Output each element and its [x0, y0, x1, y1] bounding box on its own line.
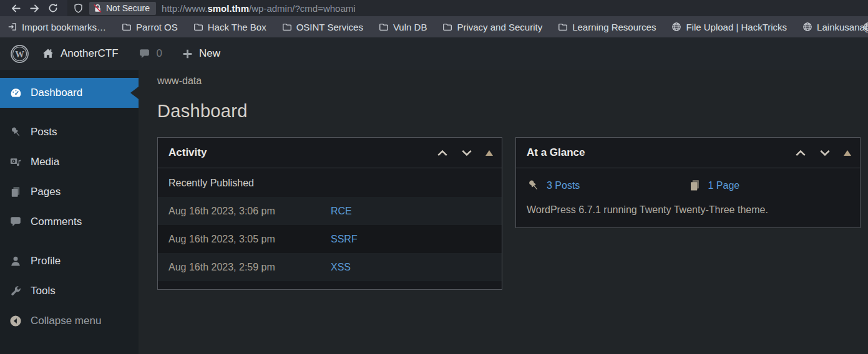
at-a-glance-body: 3 Posts 1 Page WordPress 6.7.1 running T… [516, 168, 860, 227]
admin-sidebar: Dashboard Posts Media Pages Comments [0, 70, 139, 354]
move-widget-down-button[interactable] [461, 149, 472, 157]
url-domain: smol.thm [207, 3, 249, 14]
wrench-icon [9, 285, 22, 297]
security-chip[interactable]: Not Secure [89, 2, 156, 15]
bookmark-hack-the-box[interactable]: Hack The Box [193, 22, 266, 32]
media-icon [9, 156, 22, 168]
collapse-menu-label: Collapse menu [31, 315, 101, 327]
bookmark-label: Hack The Box [208, 22, 266, 32]
pages-count-link[interactable]: 1 Page [708, 180, 740, 191]
activity-widget-header: Activity [158, 138, 502, 168]
insecure-lock-icon [93, 4, 102, 13]
sidebar-item-label: Pages [31, 186, 61, 198]
bookmark-osint-services[interactable]: OSINT Services [282, 22, 363, 32]
url-path: /wp-admin/?cmd=whoami [249, 3, 356, 14]
post-link[interactable]: SSRF [331, 234, 358, 245]
folder-icon [442, 22, 452, 32]
sidebar-item-label: Comments [31, 216, 82, 228]
comments-icon [9, 216, 22, 228]
bookmark-label: Import bookmarks… [22, 22, 106, 32]
pushpin-icon [9, 126, 22, 138]
widget-title: Activity [168, 146, 207, 159]
published-post-row: Aug 16th 2023, 3:06 pm RCE [158, 197, 502, 225]
post-date: Aug 16th 2023, 3:06 pm [168, 206, 331, 217]
new-content-menu[interactable]: New [172, 37, 230, 70]
bookmark-vuln-db[interactable]: Vuln DB [379, 22, 427, 32]
reload-button[interactable] [44, 2, 62, 14]
chevron-up-icon [437, 149, 448, 157]
menu-separator [0, 237, 139, 246]
sidebar-item-label: Media [31, 156, 59, 168]
posts-count-item: 3 Posts [527, 179, 688, 192]
globe-icon [863, 22, 868, 32]
activity-widget: Activity Recently Published Aug 16th 202… [157, 137, 502, 290]
recently-published-label: Recently Published [158, 168, 502, 197]
dashboard-widgets: Activity Recently Published Aug 16th 202… [157, 137, 861, 290]
folder-icon [558, 22, 568, 32]
browser-window: Not Secure http://www.smol.thm/wp-admin/… [0, 0, 868, 354]
widget-toggle-button[interactable] [485, 150, 493, 156]
bookmark-privacy-security[interactable]: Privacy and Security [442, 22, 542, 32]
chevron-down-icon [819, 149, 831, 157]
widget-bottom-padding [158, 281, 502, 289]
bookmark-label: Parrot OS [136, 22, 178, 32]
sidebar-item-profile[interactable]: Profile [0, 246, 139, 276]
bookmark-lainkusanagi-oscp[interactable]: Lainkusanagi OSCP Lik… [802, 22, 868, 32]
user-icon [9, 255, 22, 267]
posts-count-link[interactable]: 3 Posts [547, 180, 580, 191]
widget-controls [437, 149, 493, 157]
bookmark-label: OSINT Services [296, 22, 363, 32]
sidebar-item-tools[interactable]: Tools [0, 276, 139, 306]
main-content: www-data Dashboard Activity Recently Pu [139, 70, 868, 354]
svg-text:W: W [15, 49, 24, 59]
command-output: www-data [157, 75, 861, 87]
site-name: AnotherCTF [61, 47, 119, 60]
globe-icon [671, 22, 681, 32]
sidebar-item-posts[interactable]: Posts [0, 117, 139, 147]
url-bar[interactable]: Not Secure http://www.smol.thm/wp-admin/… [67, 0, 868, 16]
visit-site-link[interactable]: AnotherCTF [32, 37, 129, 70]
folder-icon [193, 22, 203, 32]
url-text: http://www.smol.thm/wp-admin/?cmd=whoami [162, 3, 356, 14]
reload-icon [47, 2, 59, 14]
comment-bubble-icon [139, 48, 150, 60]
bookmark-label: Privacy and Security [457, 22, 542, 32]
widget-toggle-button[interactable] [844, 150, 851, 156]
chevron-down-icon [461, 149, 472, 157]
bookmark-import[interactable]: Import bookmarks… [7, 22, 106, 32]
at-a-glance-widget: At a Glance 3 Posts [515, 137, 861, 228]
sidebar-item-pages[interactable]: Pages [0, 177, 139, 207]
wordpress-version-text: WordPress 6.7.1 running Twenty Twenty-Th… [527, 204, 849, 216]
collapse-menu-button[interactable]: Collapse menu [0, 306, 139, 336]
wordpress-logo-menu[interactable]: W [7, 44, 32, 64]
post-link[interactable]: RCE [331, 206, 352, 217]
glance-counts-row: 3 Posts 1 Page [527, 179, 849, 192]
widget-controls [795, 149, 851, 157]
pages-icon [9, 186, 22, 198]
back-button[interactable] [6, 2, 25, 14]
sidebar-item-comments[interactable]: Comments [0, 207, 139, 237]
comments-indicator[interactable]: 0 [129, 37, 172, 70]
forward-button[interactable] [25, 2, 44, 14]
shield-icon[interactable] [73, 3, 84, 14]
move-widget-up-button[interactable] [437, 149, 448, 157]
forward-icon [29, 2, 41, 14]
bookmark-parrot-os[interactable]: Parrot OS [122, 22, 178, 32]
page-title: Dashboard [157, 101, 861, 122]
published-post-row: Aug 16th 2023, 2:59 pm XSS [158, 253, 502, 281]
sidebar-item-label: Tools [31, 285, 56, 297]
post-date: Aug 16th 2023, 2:59 pm [168, 262, 331, 273]
activity-widget-body: Recently Published Aug 16th 2023, 3:06 p… [158, 168, 502, 289]
sidebar-item-media[interactable]: Media [0, 147, 139, 177]
post-link[interactable]: XSS [331, 262, 351, 273]
move-widget-down-button[interactable] [819, 149, 831, 157]
browser-toolbar: Not Secure http://www.smol.thm/wp-admin/… [0, 0, 868, 16]
published-post-row: Aug 16th 2023, 3:05 pm SSRF [158, 225, 502, 253]
pages-count-item: 1 Page [688, 179, 850, 192]
sidebar-item-dashboard[interactable]: Dashboard [0, 78, 139, 108]
bookmark-learning-resources[interactable]: Learning Resources [558, 22, 656, 32]
dashboard-icon [9, 87, 22, 100]
bookmark-file-upload-hacktricks[interactable]: File Upload | HackTricks [671, 22, 787, 32]
move-widget-up-button[interactable] [795, 149, 806, 157]
post-date: Aug 16th 2023, 3:05 pm [168, 234, 331, 245]
